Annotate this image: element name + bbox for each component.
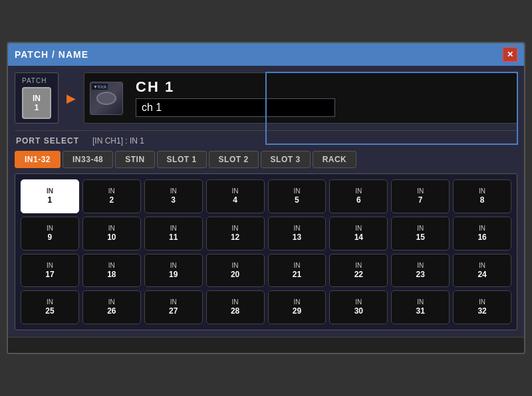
grid-btn-num: 10 <box>107 233 116 243</box>
tab-bar: IN1-32 IN33-48 STIN SLOT 1 SLOT 2 SLOT 3… <box>15 151 517 168</box>
grid-btn-num: 6 <box>356 195 361 206</box>
tab-stin[interactable]: STIN <box>115 151 154 168</box>
grid-btn-in16[interactable]: IN16 <box>453 217 511 250</box>
grid-btn-label: IN <box>417 261 424 270</box>
grid-btn-num: 18 <box>107 270 116 280</box>
divider <box>15 130 517 131</box>
port-select-label: PORT SELECT <box>16 136 79 146</box>
main-content: PATCH IN 1 ▶ ▼Kick CH 1 <box>8 66 524 336</box>
grid-btn-label: IN <box>47 187 53 195</box>
grid-btn-in8[interactable]: IN8 <box>453 179 511 213</box>
title-bar: PATCH / NAME ✕ <box>8 43 524 66</box>
tab-rack[interactable]: RACK <box>313 151 357 168</box>
grid-btn-in21[interactable]: IN21 <box>268 254 327 288</box>
grid-btn-in28[interactable]: IN28 <box>206 290 265 324</box>
grid-btn-label: IN <box>355 224 362 233</box>
grid-btn-label: IN <box>47 298 53 306</box>
grid-btn-num: 14 <box>354 233 363 243</box>
grid-btn-label: IN <box>108 261 115 270</box>
grid-btn-label: IN <box>479 298 485 306</box>
grid-btn-in11[interactable]: IN11 <box>144 217 203 250</box>
grid-btn-in26[interactable]: IN26 <box>82 290 141 324</box>
grid-btn-label: IN <box>479 187 485 195</box>
grid-btn-label: IN <box>170 298 177 306</box>
grid-btn-in4[interactable]: IN4 <box>206 179 265 213</box>
grid-btn-label: IN <box>293 187 300 195</box>
grid-btn-in9[interactable]: IN9 <box>21 217 79 250</box>
grid-btn-in31[interactable]: IN31 <box>391 290 450 324</box>
tab-in1-32[interactable]: IN1-32 <box>15 151 61 168</box>
grid-btn-in22[interactable]: IN22 <box>329 254 388 288</box>
grid-btn-num: 17 <box>45 270 54 280</box>
grid-btn-num: 28 <box>231 306 239 317</box>
grid-btn-num: 24 <box>477 270 486 280</box>
grid-btn-in6[interactable]: IN6 <box>329 179 388 213</box>
tab-slot1[interactable]: SLOT 1 <box>157 151 207 168</box>
grid-btn-num: 8 <box>480 195 485 206</box>
grid-btn-in10[interactable]: IN10 <box>82 217 141 250</box>
grid-btn-num: 32 <box>477 306 486 317</box>
grid-btn-num: 22 <box>354 270 363 280</box>
grid-btn-in12[interactable]: IN12 <box>206 217 265 250</box>
grid-container: IN1IN2IN3IN4IN5IN6IN7IN8IN9IN10IN11IN12I… <box>15 173 517 330</box>
channel-inner: CH 1 <box>92 78 509 117</box>
grid-btn-num: 23 <box>416 270 425 280</box>
channel-icon: ▼Kick <box>90 82 123 115</box>
patch-btn-line1: IN <box>30 94 43 103</box>
grid-btn-in17[interactable]: IN17 <box>21 254 79 288</box>
grid-btn-num: 13 <box>293 233 301 243</box>
grid-btn-label: IN <box>417 224 424 233</box>
grid-btn-num: 7 <box>418 195 423 206</box>
grid-btn-in24[interactable]: IN24 <box>453 254 511 288</box>
grid-btn-in14[interactable]: IN14 <box>329 217 388 250</box>
patch-label: PATCH <box>22 77 51 84</box>
tab-in33-48[interactable]: IN33-48 <box>63 151 113 168</box>
channel-name-input[interactable] <box>136 98 335 117</box>
grid-btn-label: IN <box>170 187 177 195</box>
grid-btn-in20[interactable]: IN20 <box>206 254 265 288</box>
grid-btn-in1[interactable]: IN1 <box>21 179 79 213</box>
grid-btn-in2[interactable]: IN2 <box>82 179 141 213</box>
grid-btn-num: 1 <box>48 195 53 206</box>
grid-btn-in23[interactable]: IN23 <box>391 254 450 288</box>
grid-btn-num: 16 <box>477 233 486 243</box>
grid-btn-in30[interactable]: IN30 <box>329 290 388 324</box>
port-select-header: PORT SELECT [IN CH1] : IN 1 <box>15 136 517 146</box>
tab-slot3[interactable]: SLOT 3 <box>261 151 311 168</box>
grid-btn-num: 9 <box>48 233 53 243</box>
patch-box: PATCH IN 1 <box>15 72 59 124</box>
grid-btn-label: IN <box>355 298 362 306</box>
grid-btn-num: 15 <box>416 233 425 243</box>
grid-btn-label: IN <box>293 224 300 233</box>
patch-name-window: PATCH / NAME ✕ PATCH IN 1 ▶ ▼Kick <box>7 42 525 353</box>
grid-btn-in27[interactable]: IN27 <box>144 290 203 324</box>
grid-btn-in32[interactable]: IN32 <box>453 290 511 324</box>
grid-btn-in15[interactable]: IN15 <box>391 217 450 250</box>
grid-btn-num: 20 <box>231 270 239 280</box>
grid-btn-label: IN <box>355 187 362 195</box>
grid-btn-num: 29 <box>293 306 301 317</box>
bottom-bar <box>8 337 524 353</box>
grid-btn-label: IN <box>232 187 239 195</box>
close-button[interactable]: ✕ <box>503 47 517 62</box>
patch-button[interactable]: IN 1 <box>22 87 51 119</box>
grid-btn-in7[interactable]: IN7 <box>391 179 450 213</box>
grid-btn-in13[interactable]: IN13 <box>268 217 327 250</box>
grid-btn-in19[interactable]: IN19 <box>144 254 203 288</box>
grid-btn-in18[interactable]: IN18 <box>82 254 141 288</box>
grid-btn-label: IN <box>355 261 362 270</box>
channel-input-row <box>136 98 509 117</box>
channel-icon-image: ▼Kick <box>90 82 122 114</box>
grid-btn-num: 21 <box>293 270 301 280</box>
grid-btn-num: 11 <box>169 233 178 243</box>
grid-btn-num: 31 <box>416 306 425 317</box>
kick-label: ▼Kick <box>92 84 108 90</box>
grid-btn-in3[interactable]: IN3 <box>144 179 203 213</box>
grid-btn-in5[interactable]: IN5 <box>268 179 327 213</box>
tab-slot2[interactable]: SLOT 2 <box>209 151 259 168</box>
grid-btn-in29[interactable]: IN29 <box>268 290 327 324</box>
grid-btn-num: 30 <box>354 306 363 317</box>
grid-btn-label: IN <box>417 187 424 195</box>
grid-btn-in25[interactable]: IN25 <box>21 290 79 324</box>
grid-btn-label: IN <box>232 261 239 270</box>
